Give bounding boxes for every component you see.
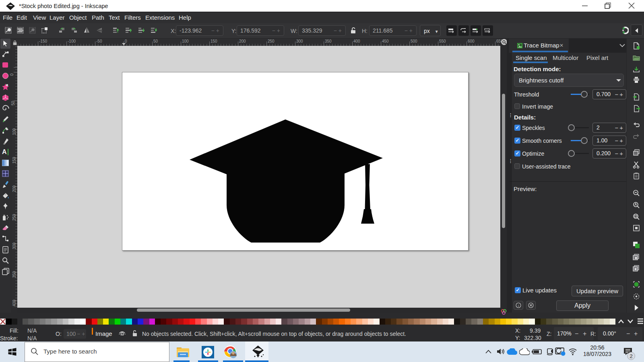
svg-text:i: i <box>518 304 519 308</box>
